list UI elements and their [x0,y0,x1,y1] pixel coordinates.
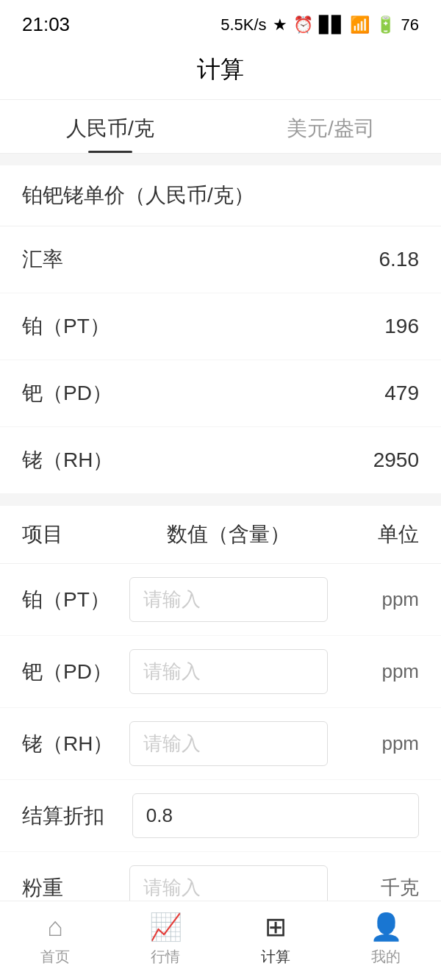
main-content: 铂钯铑单价（人民币/克） 汇率 6.18 铂（PT） 196 钯（PD） 479… [0,154,441,980]
status-time: 21:03 [22,13,70,36]
rh-input-wrap [129,721,328,766]
input-row-rh: 铑（RH） ppm [0,708,441,780]
input-row-pd: 钯（PD） ppm [0,636,441,708]
table-header: 项目 数值（含量） 单位 [0,506,441,564]
tab-cny[interactable]: 人民币/克 [0,100,220,153]
network-speed: 5.5K/s [220,15,266,35]
price-row-pd: 钯（PD） 479 [0,360,441,427]
bottom-nav: ⌂ 首页 📈 行情 ⊞ 计算 👤 我的 [0,901,441,980]
battery-icon: 🔋 [376,15,395,35]
tab-bar: 人民币/克 美元/盎司 [0,100,441,154]
home-icon: ⌂ [47,912,63,943]
status-bar: 21:03 5.5K/s ★ ⏰ ▊▊ 📶 🔋 76 [0,0,441,43]
nav-calculate[interactable]: ⊞ 计算 [220,901,331,980]
rh-input[interactable] [129,721,328,766]
page-title: 计算 [0,43,441,100]
nav-home[interactable]: ⌂ 首页 [0,901,110,980]
price-row-pt: 铂（PT） 196 [0,293,441,360]
nav-market[interactable]: 📈 行情 [110,901,220,980]
pd-input-wrap [129,649,328,694]
status-right: 5.5K/s ★ ⏰ ▊▊ 📶 🔋 76 [220,15,419,35]
nav-profile[interactable]: 👤 我的 [331,901,441,980]
battery-level: 76 [401,15,419,35]
profile-icon: 👤 [370,912,403,943]
bluetooth-icon: ★ [273,15,287,35]
price-row-exchange: 汇率 6.18 [0,226,441,293]
discount-input-wrap [132,793,419,838]
wifi-icon: 📶 [350,15,370,35]
discount-row: 结算折扣 [0,780,441,852]
pt-input[interactable] [129,577,328,622]
pd-input[interactable] [129,649,328,694]
input-row-pt: 铂（PT） ppm [0,564,441,636]
market-icon: 📈 [149,912,182,943]
calculate-icon: ⊞ [265,912,287,943]
signal-icon: ▊▊ [319,15,344,35]
section-header-price: 铂钯铑单价（人民币/克） [0,165,441,226]
pt-input-wrap [129,577,328,622]
discount-input[interactable] [132,793,419,838]
price-row-rh: 铑（RH） 2950 [0,427,441,494]
divider-1 [0,494,441,506]
alarm-icon: ⏰ [293,15,313,35]
tab-usd[interactable]: 美元/盎司 [220,100,441,153]
